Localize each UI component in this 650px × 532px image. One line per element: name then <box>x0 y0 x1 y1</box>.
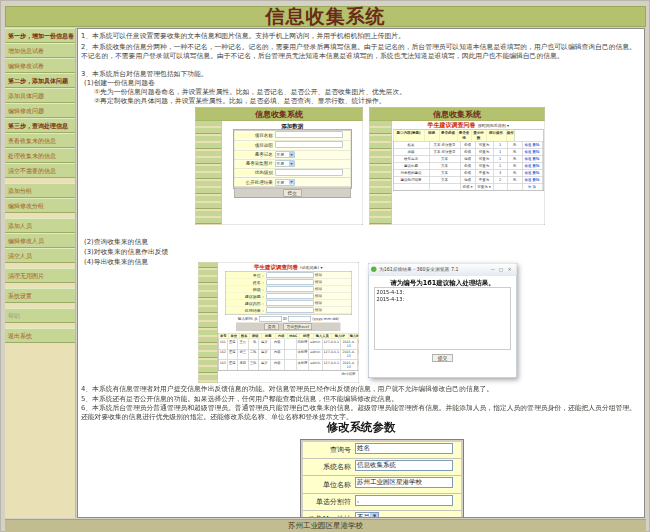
mini-query-input <box>266 308 313 314</box>
mini-time-range: 输入时间 从 到 (yyyy-mm-dd) <box>218 316 359 322</box>
sidebar-item-label: 清空人员 <box>8 252 32 259</box>
sidebar-item[interactable]: 帮助 <box>5 308 75 323</box>
mini-column-header: 单号 <box>219 334 229 339</box>
mini-column-header: 操作 <box>506 130 515 141</box>
params-form-input[interactable]: 不是 <box>355 512 379 518</box>
params-form-input[interactable]: 苏州工业园区星港学校 <box>355 477 453 488</box>
mini-form-input: 不是 <box>275 151 294 158</box>
help-step-1b: ②再定制收集的具体问题，并设置某些属性。比如，是否必填、是否查询、显示行数、统计… <box>94 97 645 106</box>
mini-form-label: 公开处理结果 <box>234 179 274 185</box>
mini-query-input <box>266 294 313 300</box>
sidebar-item-label: 编辑修改试卷 <box>8 62 44 69</box>
mini-results-row: 163星港 李四三班 建议内容 未处理 admin127.0.0.1 2015-… <box>219 360 359 371</box>
sidebar-item: 第一步，增加一份信息卷 <box>5 28 75 43</box>
params-form-label: 查询号 <box>303 445 353 455</box>
mini-column-header: 显示行数 <box>471 130 486 141</box>
mini-form-input <box>275 169 342 176</box>
browser-icon <box>371 267 377 273</box>
help-step-1a: ①先为一份信息问题卷命名，并设置某些属性。比如，是否记名、是否公开、是否收集图片… <box>94 88 645 97</box>
mini-form-title: 添加数据 <box>222 124 363 129</box>
mini-query-row: 班级： 模糊 <box>226 286 351 293</box>
sidebar-item[interactable]: 编辑修改人员 <box>5 233 75 248</box>
sidebar-item[interactable]: 编辑修改问题 <box>5 103 75 118</box>
feedback-textarea: 2015-4-13: 2015-4-13: <box>374 288 511 350</box>
mini-table-row: 班级文本 必须登录 必填可查询 1无 修改 删除 <box>393 149 543 156</box>
sidebar-item[interactable]: 添加人员 <box>5 218 75 233</box>
mini-column-header: 是否必填 <box>439 130 457 141</box>
sidebar-item-label: 编辑修改人员 <box>8 237 44 244</box>
help-paragraph-4: 4、本系统有信息管理者对用户提交信息作出反馈信息的功能。对信息管理员已经作出反馈… <box>81 385 639 394</box>
mini-add-form: 项目名称 项目说明 <box>233 130 352 189</box>
mini-column-header: 姓名 <box>240 334 250 339</box>
mini-search-button: 查询 <box>264 324 278 331</box>
sidebar-item-label: 系统设置 <box>8 292 32 299</box>
mini-query-row: 姓名： 模糊 <box>226 279 351 286</box>
mini-submit-button: 提交 <box>283 189 301 196</box>
sidebar-item[interactable]: 编辑修改分组 <box>5 198 75 213</box>
sidebar-item[interactable]: 添加具体问题 <box>5 88 75 103</box>
mini-form-input <box>275 132 342 139</box>
mini-query-row: 处理结果： 模糊 <box>226 307 351 314</box>
mini-questionnaire-title: 学生建议调查问卷 按时间先后排列 ▾ <box>392 123 545 128</box>
mini-table-row: 建议标题文本 必填可查询 1无 修改 删除 <box>393 163 543 170</box>
screenshot-add-questionnaire: 信息收集系统 添加数据 项目名称 <box>195 107 363 225</box>
sidebar-item: 第三步，查询处理信息 <box>5 118 75 133</box>
sidebar-item[interactable]: 清空人员 <box>5 248 75 263</box>
params-form-label: 单选分割符 <box>303 497 353 507</box>
screenshot-row: 信息收集系统 添加数据 项目名称 <box>195 107 545 225</box>
sidebar-item[interactable]: 清空不需要的信息 <box>5 163 75 178</box>
mini-query-input <box>266 273 313 279</box>
maximize-icon: □ <box>497 267 506 272</box>
mini-column-header: 单位 <box>229 334 240 339</box>
app-header: 信息收集系统 <box>5 6 646 27</box>
params-form-label: 单位名称 <box>303 480 353 490</box>
mini-sort-select: 按时间先后排列 ▾ <box>478 124 509 129</box>
params-form-title: 修改系统参数 <box>78 423 644 432</box>
page-title: 信息收集系统 <box>6 7 645 26</box>
params-form-input[interactable]: , <box>355 495 453 506</box>
sidebar-item-label: 退出系统 <box>8 332 32 339</box>
mini-results-row: 162星港 张三二班 建议内容 未处理 admin127.0.0.1 2015-… <box>219 350 359 361</box>
mini-query-buttons: 查询 导出到Excel <box>236 323 341 332</box>
sidebar-item-label: 第三步，查询处理信息 <box>8 122 68 129</box>
help-paragraph-1: 1、本系统可以任意设置需要收集的文本信息和图片信息。支持手机上网访问，并用手机相… <box>81 32 639 41</box>
mini-form-label: 是否采集图片 <box>234 161 274 167</box>
sidebar-item[interactable]: 编辑修改试卷 <box>5 58 75 73</box>
mini-column-header: 是否查询 <box>457 130 471 141</box>
mini-form-input: 不是 <box>275 160 294 167</box>
sidebar-nav: 第一步，增加一份信息卷 增加信息试卷 编辑修改试卷 第二步，添加具体问题 添加具… <box>5 28 75 343</box>
mini-form-row: 项目名称 <box>234 131 350 141</box>
sidebar-item[interactable]: 退出系统 <box>5 328 75 343</box>
sidebar-item-label: 增加信息试卷 <box>8 47 44 54</box>
mini-date-from <box>259 316 282 322</box>
mini-date-to <box>288 316 311 322</box>
mini-form-row: 是否记名 不是 <box>234 150 350 159</box>
mini-app-header: 信息收集系统 <box>196 108 363 122</box>
sidebar-item[interactable]: 查看收集来的信息 <box>5 133 75 148</box>
sidebar-item-label: 查看收集来的信息 <box>8 137 56 144</box>
mini-sidebar <box>370 121 393 225</box>
params-form-row: 单选分割符 , <box>303 494 461 511</box>
help-paragraph-3: 3、本系统后台对信息管理包括如下功能。 <box>81 70 639 79</box>
sidebar-item[interactable]: 增加信息试卷 <box>5 43 75 58</box>
sidebar-item[interactable]: 添加分组 <box>5 183 75 198</box>
sidebar-item[interactable]: 系统设置 <box>5 288 75 303</box>
mini-results-table: 单号单位姓名班级标题内容MAC处理输入人员输入IP输入时间操作 161星港 王云… <box>218 333 359 371</box>
sidebar-item[interactable]: 清理无用图片 <box>5 268 75 283</box>
params-form-input[interactable]: 信息收集系统 <box>355 460 453 471</box>
help-step-2: (2)查询收集来的信息 <box>84 238 642 247</box>
params-form-label: 收集Mac地址 <box>303 514 353 518</box>
sidebar-item[interactable]: 处理收集来的信息 <box>5 148 75 163</box>
mini-export-button: 导出到Excel <box>283 324 312 331</box>
mini-column-header: 班级 <box>250 334 262 339</box>
mini-column-header: 题目内容(标题) <box>393 130 424 141</box>
mini-column-header: 处理 <box>300 334 314 339</box>
mini-column-header: 输入时间 <box>349 334 359 339</box>
mini-stats-link: 统计结果 <box>218 372 356 377</box>
params-form-input[interactable]: 姓名 <box>355 443 453 454</box>
help-step-4: (4)导出收集来的信息 <box>84 258 642 267</box>
sidebar-item: 第二步，添加具体问题 <box>5 73 75 88</box>
mini-table-header: 题目内容(标题)说明是否必填是否查询显示行数统计操作操作 <box>393 130 543 142</box>
params-form-row: 单位名称 苏州工业园区星港学校 <box>303 476 461 493</box>
sidebar-item-label: 处理收集来的信息 <box>8 152 56 159</box>
